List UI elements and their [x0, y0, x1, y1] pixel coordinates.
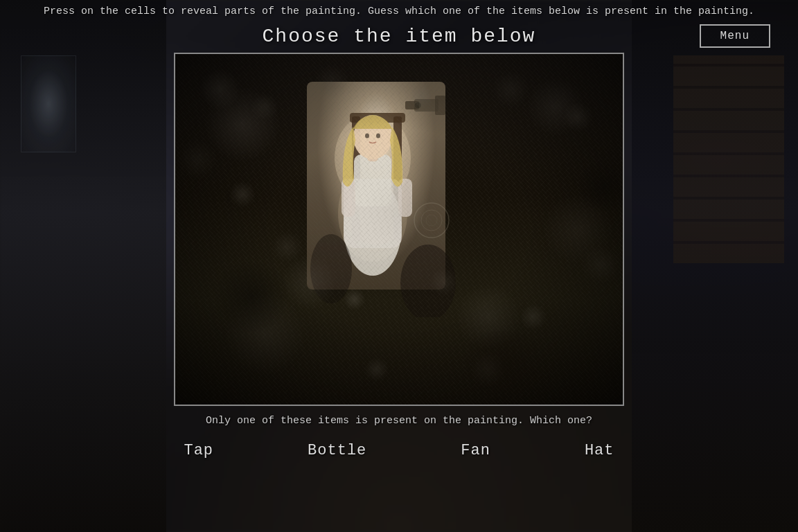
smudge-3	[452, 331, 556, 400]
menu-button[interactable]: Menu	[700, 24, 770, 48]
ui-container: Press on the cells to reveal parts of th…	[0, 0, 798, 532]
caption-text: Only one of these items is present on th…	[206, 413, 592, 429]
instruction-text: Press on the cells to reveal parts of th…	[0, 0, 798, 24]
smudge-1	[577, 158, 624, 213]
page-title: Choose the item below	[263, 26, 536, 47]
choice-fan[interactable]: Fan	[455, 439, 496, 462]
choice-tap[interactable]: Tap	[178, 439, 219, 462]
smudge-2	[210, 262, 293, 331]
painting-inner	[175, 54, 623, 405]
choice-bottle[interactable]: Bottle	[302, 439, 372, 462]
vignette	[175, 54, 623, 405]
title-row: Choose the item below Menu	[0, 26, 798, 47]
choice-hat[interactable]: Hat	[579, 439, 620, 462]
painting-frame[interactable]	[174, 53, 624, 406]
choices-row: Tap Bottle Fan Hat	[0, 439, 798, 462]
